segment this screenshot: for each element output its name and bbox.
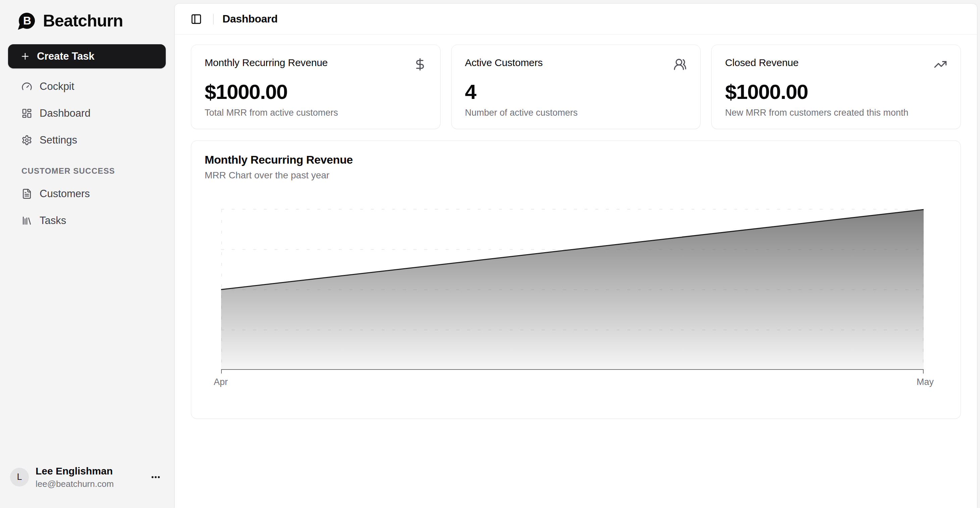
sidebar-toggle-button[interactable] — [188, 11, 204, 27]
stat-card-description: New MRR from customers created this mont… — [725, 108, 947, 118]
dashboard-content: Monthly Recurring Revenue $1000.00 Total… — [175, 35, 977, 419]
x-tick-may: May — [916, 377, 934, 387]
user-email: lee@beatchurn.com — [35, 479, 114, 489]
stat-card-value: 4 — [465, 80, 687, 103]
sidebar-item-label: Dashboard — [40, 107, 91, 119]
main-header: Dashboard — [175, 4, 977, 35]
sidebar: B Beatchurn Create Task Cockpit Dashboar… — [0, 0, 174, 508]
sidebar-nav: Cockpit Dashboard Settings — [8, 76, 166, 151]
svg-text:B: B — [23, 14, 31, 27]
brand-name: Beatchurn — [43, 11, 123, 30]
sidebar-item-cockpit[interactable]: Cockpit — [8, 76, 166, 97]
ellipsis-icon — [150, 472, 161, 483]
app-logo: B Beatchurn — [8, 10, 166, 32]
sidebar-item-customers[interactable]: Customers — [8, 183, 166, 205]
header-divider — [213, 14, 214, 24]
plus-icon — [20, 51, 30, 61]
sidebar-item-label: Cockpit — [40, 81, 74, 92]
sidebar-item-dashboard[interactable]: Dashboard — [8, 103, 166, 124]
stat-card-active-customers: Active Customers 4 Number of active cust… — [451, 44, 701, 129]
user-name: Lee Englishman — [35, 465, 114, 477]
user-row[interactable]: L Lee Englishman lee@beatchurn.com — [8, 465, 166, 489]
stat-card-description: Total MRR from active customers — [205, 108, 427, 118]
stat-card-value: $1000.00 — [725, 80, 947, 103]
mrr-chart-card: Monthly Recurring Revenue MRR Chart over… — [191, 140, 961, 419]
sidebar-item-tasks[interactable]: Tasks — [8, 210, 166, 231]
gear-icon — [21, 135, 32, 146]
trending-up-icon — [934, 58, 947, 71]
sidebar-item-label: Tasks — [40, 214, 66, 227]
x-tick-apr: Apr — [214, 377, 228, 387]
gauge-icon — [21, 81, 32, 92]
mrr-area-chart — [221, 209, 924, 373]
panel-left-icon — [191, 13, 202, 25]
sidebar-section-customer-success: CUSTOMER SUCCESS — [21, 166, 166, 176]
stat-card-title: Active Customers — [465, 57, 543, 68]
dollar-sign-icon — [413, 58, 427, 71]
sidebar-item-label: Settings — [40, 134, 77, 146]
create-task-label: Create Task — [37, 50, 94, 62]
avatar: L — [10, 468, 29, 487]
sidebar-item-label: Customers — [40, 188, 90, 200]
users-icon — [673, 58, 687, 71]
layout-dashboard-icon — [21, 108, 32, 119]
file-text-icon — [21, 189, 32, 199]
chart-title: Monthly Recurring Revenue — [205, 153, 947, 166]
stat-card-mrr: Monthly Recurring Revenue $1000.00 Total… — [191, 44, 441, 129]
stat-card-value: $1000.00 — [205, 80, 427, 103]
create-task-button[interactable]: Create Task — [8, 44, 166, 68]
library-icon — [21, 215, 32, 226]
stat-card-closed-revenue: Closed Revenue $1000.00 New MRR from cus… — [711, 44, 961, 129]
stat-cards-row: Monthly Recurring Revenue $1000.00 Total… — [191, 44, 961, 129]
sidebar-item-settings[interactable]: Settings — [8, 129, 166, 151]
sidebar-section-nav: Customers Tasks — [8, 183, 166, 231]
stat-card-title: Closed Revenue — [725, 57, 799, 68]
logo-speech-bubble-icon: B — [16, 10, 38, 32]
user-meta: Lee Englishman lee@beatchurn.com — [35, 465, 114, 489]
chart-subtitle: MRR Chart over the past year — [205, 170, 947, 181]
mrr-area-fill — [221, 210, 924, 370]
main-panel: Dashboard Monthly Recurring Revenue $100… — [175, 3, 977, 508]
page-title: Dashboard — [223, 13, 277, 25]
stat-card-description: Number of active customers — [465, 108, 687, 118]
chart-area: Apr May — [221, 209, 924, 387]
user-menu-button[interactable] — [147, 468, 164, 486]
stat-card-title: Monthly Recurring Revenue — [205, 57, 328, 68]
x-axis-labels: Apr May — [221, 377, 924, 387]
